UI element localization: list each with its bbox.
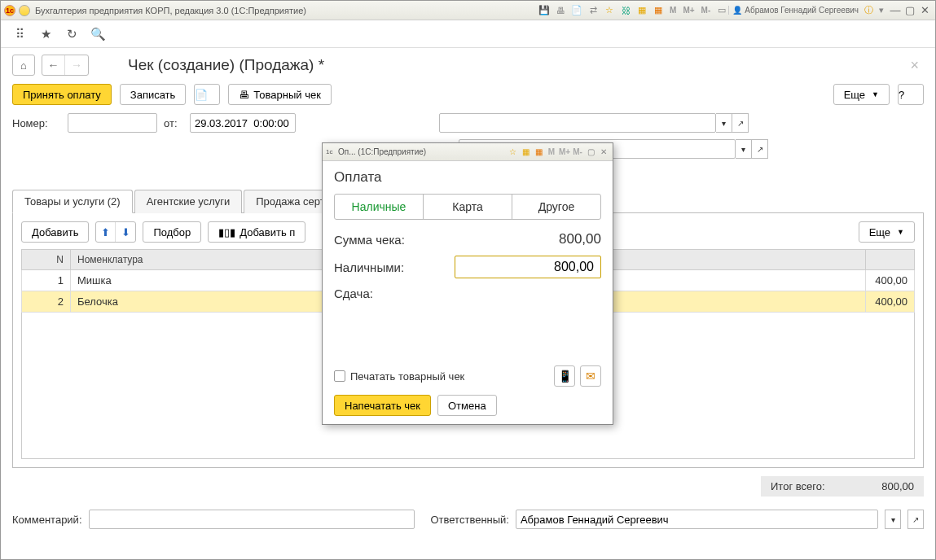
app-icon: 1c xyxy=(4,5,15,16)
document-button[interactable]: 📄 xyxy=(194,84,220,105)
window-list-icon[interactable]: ▭ xyxy=(715,4,728,17)
table-more-button[interactable]: Еще▼ xyxy=(859,221,915,243)
apps-icon[interactable]: ⠿ xyxy=(12,27,27,42)
modal-calc-icon[interactable]: ▦ xyxy=(520,147,531,158)
m-plus-button[interactable]: M+ xyxy=(681,6,696,15)
nav-back-button[interactable]: ← xyxy=(42,55,65,75)
move-down-button[interactable]: ⬇ xyxy=(116,222,135,242)
responsible-dropdown-button[interactable]: ▾ xyxy=(885,510,901,529)
user-name: Абрамов Геннадий Сергеевич xyxy=(745,6,859,15)
dropdown-icon[interactable]: ▾ xyxy=(875,4,888,17)
mobile-icon-button[interactable]: 📱 xyxy=(554,365,575,387)
search-icon[interactable]: 🔍 xyxy=(90,27,105,42)
calc-icon[interactable]: ▦ xyxy=(635,4,648,17)
payment-modal: 1c Оп... (1С:Предприятие) ☆ ▦ ▦ M M+ M- … xyxy=(322,142,613,425)
print-check-button[interactable]: Напечатать чек xyxy=(334,395,431,416)
sum-value: 800,00 xyxy=(559,231,601,247)
home-button[interactable]: ⌂ xyxy=(12,55,35,76)
responsible-open-button[interactable]: ↗ xyxy=(907,510,924,529)
col-n[interactable]: N xyxy=(22,250,71,270)
m-minus-button[interactable]: M- xyxy=(700,6,713,15)
pay-tab-cash[interactable]: Наличные xyxy=(335,195,424,219)
page-close-button[interactable]: × xyxy=(905,57,924,74)
org-dropdown-button[interactable]: ▾ xyxy=(716,113,732,133)
user-icon: 👤 xyxy=(732,6,742,15)
sum-label: Сумма чека: xyxy=(334,233,405,247)
col-amount[interactable] xyxy=(866,250,915,270)
modal-maximize-button[interactable]: ▢ xyxy=(585,147,596,158)
tab-agent[interactable]: Агентские услуги xyxy=(134,190,243,213)
number-label: Номер: xyxy=(12,117,61,129)
pick-button[interactable]: Подбор xyxy=(143,221,201,243)
app-icon-2 xyxy=(19,5,30,16)
pay-tab-card[interactable]: Карта xyxy=(424,195,512,219)
comment-input[interactable] xyxy=(89,510,415,529)
mail-icon-button[interactable]: ✉ xyxy=(580,365,601,387)
cash-input[interactable] xyxy=(455,256,601,278)
print-icon[interactable]: 🖶 xyxy=(554,4,567,17)
org-select[interactable] xyxy=(439,113,716,133)
link-icon[interactable]: ⛓ xyxy=(619,4,632,17)
doc-icon[interactable]: 📄 xyxy=(570,4,583,17)
add-barcode-button[interactable]: ▮▯▮ Добавить п xyxy=(208,221,305,243)
cancel-button[interactable]: Отмена xyxy=(437,395,497,416)
modal-star-icon[interactable]: ☆ xyxy=(507,147,518,158)
modal-m-plus-button[interactable]: M+ xyxy=(559,147,570,158)
total-value: 800,00 xyxy=(881,480,914,492)
from-label: от: xyxy=(164,117,183,129)
warehouse-open-button[interactable]: ↗ xyxy=(752,139,768,159)
total-box: Итог всего: 800,00 xyxy=(761,476,924,497)
help-button[interactable]: ? xyxy=(898,84,924,105)
close-button[interactable]: ✕ xyxy=(917,4,932,16)
calendar-icon[interactable]: ▦ xyxy=(652,4,665,17)
app-title: Бухгалтерия предприятия КОРП, редакция 3… xyxy=(35,6,538,15)
top-toolbar: ⠿ ★ ↻ 🔍 xyxy=(1,20,935,48)
warehouse-dropdown-button[interactable]: ▾ xyxy=(736,139,752,159)
accept-payment-button[interactable]: Принять оплату xyxy=(12,84,112,105)
print-receipt-label: Печатать товарный чек xyxy=(350,370,464,383)
main-titlebar: 1c Бухгалтерия предприятия КОРП, редакци… xyxy=(1,1,935,20)
date-input[interactable] xyxy=(190,113,296,133)
move-up-button[interactable]: ⬆ xyxy=(96,222,116,242)
write-button[interactable]: Записать xyxy=(120,84,187,105)
modal-title-text: Оп... (1С:Предприятие) xyxy=(338,147,426,156)
minimize-button[interactable]: — xyxy=(888,4,903,16)
modal-titlebar: 1c Оп... (1С:Предприятие) ☆ ▦ ▦ M M+ M- … xyxy=(323,143,613,161)
org-open-button[interactable]: ↗ xyxy=(732,113,749,133)
m-button[interactable]: M xyxy=(668,6,678,15)
total-label: Итог всего: xyxy=(771,480,825,492)
cash-label: Наличными: xyxy=(334,260,404,274)
comment-label: Комментарий: xyxy=(12,514,82,526)
maximize-button[interactable]: ▢ xyxy=(903,4,917,16)
nav-forward-button[interactable]: → xyxy=(65,55,88,75)
compare-icon[interactable]: ⇄ xyxy=(587,4,600,17)
modal-m-button[interactable]: M xyxy=(546,147,557,158)
modal-close-button[interactable]: ✕ xyxy=(598,147,609,158)
more-button[interactable]: Еще▼ xyxy=(833,84,890,105)
change-label: Сдача: xyxy=(334,287,373,300)
print-receipt-checkbox[interactable] xyxy=(334,370,345,382)
favorites-icon[interactable]: ★ xyxy=(38,27,53,42)
responsible-label: Ответственный: xyxy=(431,514,509,526)
save-icon[interactable]: 💾 xyxy=(538,4,551,17)
user-area[interactable]: 👤 Абрамов Геннадий Сергеевич xyxy=(728,6,862,15)
responsible-input[interactable] xyxy=(516,510,878,529)
modal-heading: Оплата xyxy=(334,169,601,186)
number-input[interactable] xyxy=(68,113,157,133)
star-icon[interactable]: ☆ xyxy=(603,4,616,17)
print-small-icon: 🖶 xyxy=(239,89,249,101)
add-row-button[interactable]: Добавить xyxy=(21,221,89,243)
goods-receipt-button[interactable]: 🖶Товарный чек xyxy=(228,84,331,105)
info-icon[interactable]: ⓘ xyxy=(862,4,875,17)
modal-app-icon: 1c xyxy=(326,147,336,157)
history-icon[interactable]: ↻ xyxy=(64,27,79,42)
pay-tab-other[interactable]: Другое xyxy=(512,195,600,219)
page-title: Чек (создание) (Продажа) * xyxy=(128,56,899,74)
modal-m-minus-button[interactable]: M- xyxy=(572,147,583,158)
tab-goods[interactable]: Товары и услуги (2) xyxy=(12,190,133,213)
modal-calendar-icon[interactable]: ▦ xyxy=(533,147,544,158)
barcode-icon: ▮▯▮ xyxy=(218,226,235,238)
